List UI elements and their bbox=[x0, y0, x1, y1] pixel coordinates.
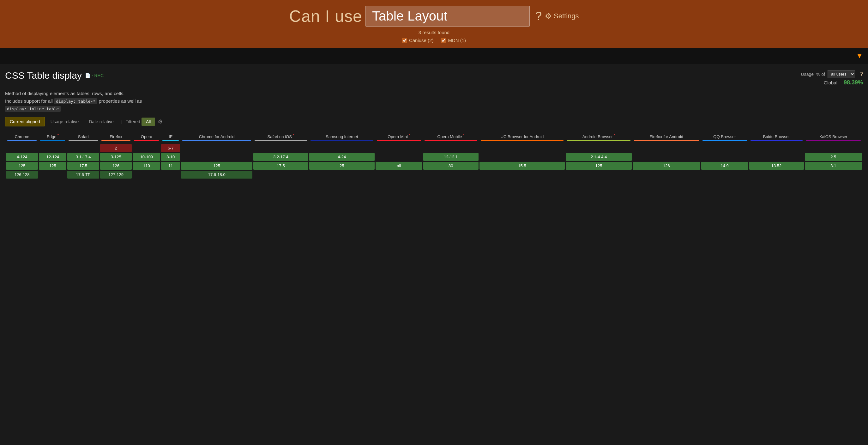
browser-header-row: Chrome Edge * Safari Firefox bbox=[6, 132, 862, 143]
cell-ie[interactable]: 8-10 bbox=[161, 153, 180, 161]
browser-table: Chrome Edge * Safari Firefox bbox=[5, 131, 863, 179]
cell-opera_mobile[interactable] bbox=[423, 171, 478, 179]
help-button[interactable]: ? bbox=[535, 9, 542, 23]
tab-date-relative[interactable]: Date relative bbox=[84, 117, 118, 126]
cell-chrome[interactable] bbox=[6, 144, 38, 152]
cell-safari_ios[interactable]: 17.5 bbox=[253, 162, 308, 170]
cell-ie[interactable]: 6-7 bbox=[161, 144, 180, 152]
edge-bar bbox=[40, 140, 65, 141]
feature-title-group: CSS Table display 📄 - REC bbox=[5, 70, 103, 81]
tab-gear-button[interactable]: ⚙ bbox=[158, 118, 163, 125]
global-row: Global 98.39% bbox=[801, 79, 863, 86]
cell-firefox_android[interactable] bbox=[633, 171, 700, 179]
search-input[interactable] bbox=[366, 6, 530, 27]
cell-chrome[interactable]: 126-128 bbox=[6, 171, 38, 179]
th-chrome-android: Chrome for Android bbox=[181, 132, 252, 143]
cell-firefox[interactable]: 127-129 bbox=[100, 171, 132, 179]
cell-opera[interactable]: 10-109 bbox=[133, 153, 160, 161]
cell-ie[interactable] bbox=[161, 171, 180, 179]
cell-ie[interactable]: 11 bbox=[161, 162, 180, 170]
cell-safari[interactable]: 17.6-TP bbox=[67, 171, 99, 179]
uc-bar bbox=[481, 140, 563, 141]
cell-android[interactable] bbox=[566, 171, 632, 179]
cell-firefox[interactable]: 2 bbox=[100, 144, 132, 152]
cell-qq[interactable] bbox=[701, 144, 748, 152]
kaios-bar bbox=[806, 140, 861, 141]
cell-edge[interactable]: 12-124 bbox=[39, 153, 66, 161]
tab-current-aligned[interactable]: Current aligned bbox=[5, 117, 45, 126]
cell-uc[interactable] bbox=[479, 144, 565, 152]
feature-header: CSS Table display 📄 - REC Usage % of all… bbox=[5, 70, 863, 86]
cell-chrome_android[interactable] bbox=[181, 144, 252, 152]
cell-qq[interactable]: 14.9 bbox=[701, 162, 748, 170]
cell-samsung[interactable] bbox=[309, 171, 375, 179]
cell-firefox_android[interactable] bbox=[633, 144, 700, 152]
cell-qq[interactable] bbox=[701, 171, 748, 179]
cell-kaios[interactable]: 2.5 bbox=[805, 153, 862, 161]
cell-kaios[interactable] bbox=[805, 171, 862, 179]
caniuse-filter[interactable]: Caniuse (2) bbox=[402, 38, 434, 43]
cell-samsung[interactable]: 25 bbox=[309, 162, 375, 170]
th-baidu: Baidu Browser bbox=[749, 132, 804, 143]
cell-uc[interactable]: 15.5 bbox=[479, 162, 565, 170]
cell-safari_ios[interactable] bbox=[253, 171, 308, 179]
cell-opera_mini[interactable]: all bbox=[376, 162, 422, 170]
th-safari-ios: Safari on iOS * bbox=[253, 132, 308, 143]
cell-edge[interactable] bbox=[39, 171, 66, 179]
cell-qq[interactable] bbox=[701, 153, 748, 161]
cell-opera_mini[interactable] bbox=[376, 153, 422, 161]
cell-chrome[interactable]: 4-124 bbox=[6, 153, 38, 161]
users-select[interactable]: all users my users bbox=[828, 70, 855, 78]
cell-firefox_android[interactable]: 126 bbox=[633, 162, 700, 170]
qq-bar bbox=[703, 140, 747, 141]
cell-opera[interactable]: 110 bbox=[133, 162, 160, 170]
cell-kaios[interactable]: 3.1 bbox=[805, 162, 862, 170]
cell-chrome_android[interactable] bbox=[181, 153, 252, 161]
usage-label: Usage bbox=[801, 72, 814, 77]
cell-baidu[interactable] bbox=[749, 144, 804, 152]
android-bar bbox=[567, 140, 630, 141]
cell-opera[interactable] bbox=[133, 144, 160, 152]
cell-baidu[interactable]: 13.52 bbox=[749, 162, 804, 170]
cell-opera_mobile[interactable]: 12-12.1 bbox=[423, 153, 478, 161]
cell-android[interactable] bbox=[566, 144, 632, 152]
tab-usage-relative[interactable]: Usage relative bbox=[46, 117, 83, 126]
cell-safari[interactable]: 17.5 bbox=[67, 162, 99, 170]
cell-opera_mobile[interactable]: 80 bbox=[423, 162, 478, 170]
cell-safari_ios[interactable] bbox=[253, 144, 308, 152]
cell-samsung[interactable] bbox=[309, 144, 375, 152]
cell-samsung[interactable]: 4-24 bbox=[309, 153, 375, 161]
cell-chrome_android[interactable]: 17.6-18.0 bbox=[181, 171, 252, 179]
cell-opera[interactable] bbox=[133, 171, 160, 179]
tab-all[interactable]: All bbox=[142, 118, 155, 126]
cell-edge[interactable]: 125 bbox=[39, 162, 66, 170]
cell-opera_mini[interactable] bbox=[376, 144, 422, 152]
cell-kaios[interactable] bbox=[805, 144, 862, 152]
cell-baidu[interactable] bbox=[749, 153, 804, 161]
mdn-checkbox[interactable] bbox=[441, 38, 446, 43]
caniuse-checkbox[interactable] bbox=[402, 38, 407, 43]
cell-firefox[interactable]: 3-125 bbox=[100, 153, 132, 161]
filter-icon[interactable]: ▼ bbox=[856, 52, 863, 60]
usage-help-button[interactable]: ? bbox=[860, 71, 863, 77]
cell-uc[interactable] bbox=[479, 171, 565, 179]
cell-uc[interactable] bbox=[479, 153, 565, 161]
cell-opera_mini[interactable] bbox=[376, 171, 422, 179]
tab-divider: | bbox=[121, 119, 122, 124]
cell-chrome[interactable]: 125 bbox=[6, 162, 38, 170]
cell-firefox_android[interactable] bbox=[633, 153, 700, 161]
cell-baidu[interactable] bbox=[749, 171, 804, 179]
cell-safari_ios[interactable]: 3.2-17.4 bbox=[253, 153, 308, 161]
cell-firefox[interactable]: 126 bbox=[100, 162, 132, 170]
feature-title: CSS Table display 📄 - REC bbox=[5, 70, 103, 81]
cell-opera_mobile[interactable] bbox=[423, 144, 478, 152]
th-chrome: Chrome bbox=[6, 132, 38, 143]
cell-edge[interactable] bbox=[39, 144, 66, 152]
cell-chrome_android[interactable]: 125 bbox=[181, 162, 252, 170]
cell-android[interactable]: 2.1-4.4.4 bbox=[566, 153, 632, 161]
cell-safari[interactable] bbox=[67, 144, 99, 152]
cell-safari[interactable]: 3.1-17.4 bbox=[67, 153, 99, 161]
settings-button[interactable]: ⚙ Settings bbox=[545, 12, 579, 21]
mdn-filter[interactable]: MDN (1) bbox=[441, 38, 466, 43]
cell-android[interactable]: 125 bbox=[566, 162, 632, 170]
